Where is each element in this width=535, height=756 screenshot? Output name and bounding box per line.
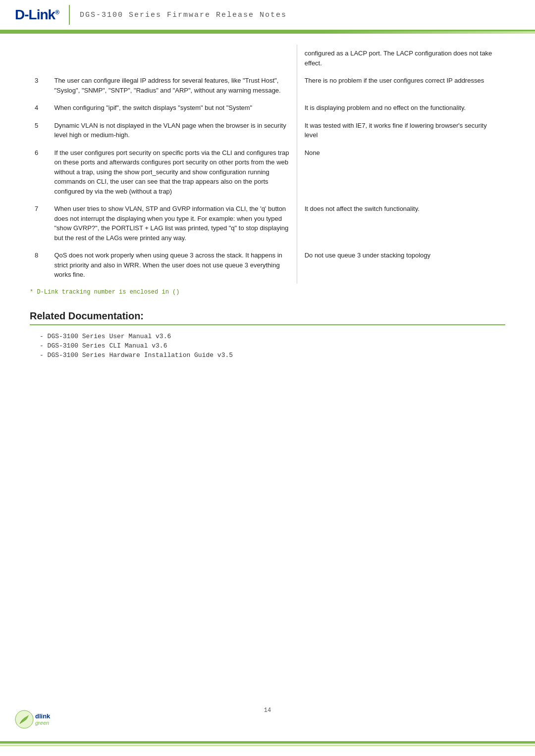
related-documentation-section: Related Documentation: - DGS-3100 Series… (30, 310, 505, 359)
row-description: When configuring "ipif", the switch disp… (49, 99, 297, 117)
logo-link: Link (29, 7, 55, 22)
logo-d: D (15, 7, 24, 22)
row-num: 6 (30, 144, 49, 201)
bottom-bar-2 (0, 745, 535, 746)
row-fix: It does not affect the switch functional… (297, 200, 505, 247)
row-description (49, 45, 297, 72)
logo-dash: - (24, 7, 28, 22)
row-num: 4 (30, 99, 49, 117)
row-fix: Do not use queue 3 under stacking topolo… (297, 247, 505, 284)
row-description: Dynamic VLAN is not displayed in the VLA… (49, 117, 297, 144)
row-num: 5 (30, 117, 49, 144)
dlink-logo: D-Link® (15, 7, 59, 23)
header-divider (69, 5, 70, 25)
bottom-bar-1 (0, 741, 535, 744)
footer-note: * D-Link tracking number is enclosed in … (30, 289, 505, 296)
table-row: 8 QoS does not work properly when using … (30, 247, 505, 284)
row-num (30, 45, 49, 72)
row-description: QoS does not work properly when using qu… (49, 247, 297, 284)
row-fix: None (297, 144, 505, 201)
table-row: 6 If the user configures port security o… (30, 144, 505, 201)
logo-text: D-Link® (15, 7, 59, 23)
list-item: - DGS-3100 Series Hardware Installation … (40, 352, 505, 359)
row-num: 7 (30, 200, 49, 247)
list-item: - DGS-3100 Series User Manual v3.6 (40, 333, 505, 340)
page-header: D-Link® DGS-3100 Series Firmware Release… (0, 0, 535, 31)
row-num: 8 (30, 247, 49, 284)
table-row: 3 The user can configure illegal IP addr… (30, 72, 505, 99)
related-documentation-title: Related Documentation: (30, 310, 505, 325)
main-content: configured as a LACP port. The LACP conf… (0, 35, 535, 371)
row-description: The user can configure illegal IP addres… (49, 72, 297, 99)
top-accent-bar (0, 31, 535, 34)
row-fix: It is displaying problem and no effect o… (297, 99, 505, 117)
logo-registered: ® (55, 9, 59, 16)
table-row: 5 Dynamic VLAN is not displayed in the V… (30, 117, 505, 144)
row-fix: There is no problem if the user configur… (297, 72, 505, 99)
table-row: 7 When user tries to show VLAN, STP and … (30, 200, 505, 247)
row-fix: It was tested with IE7, it works fine if… (297, 117, 505, 144)
row-description: When user tries to show VLAN, STP and GV… (49, 200, 297, 247)
issues-table: configured as a LACP port. The LACP conf… (30, 45, 505, 284)
page-title: DGS-3100 Series Firmware Release Notes (80, 11, 287, 19)
table-row: 4 When configuring "ipif", the switch di… (30, 99, 505, 117)
row-description: If the user configures port security on … (49, 144, 297, 201)
table-row: configured as a LACP port. The LACP conf… (30, 45, 505, 72)
row-fix: configured as a LACP port. The LACP conf… (297, 45, 505, 72)
row-num: 3 (30, 72, 49, 99)
related-documentation-list: - DGS-3100 Series User Manual v3.6 - DGS… (30, 333, 505, 359)
page-number: 14 (264, 707, 271, 716)
bottom-logo-text: dlink green (35, 713, 50, 726)
dlink-green-icon (15, 710, 34, 729)
list-item: - DGS-3100 Series CLI Manual v3.6 (40, 342, 505, 350)
